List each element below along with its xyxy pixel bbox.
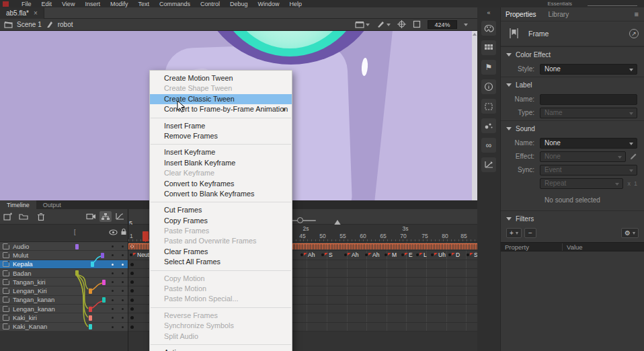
style-select[interactable]: None (540, 64, 637, 75)
menu-item[interactable]: View (62, 1, 75, 7)
menu-item[interactable]: File (22, 1, 32, 7)
loop-count-stepper[interactable]: 1 (634, 180, 637, 187)
layer-row[interactable]: Lengan_Kiri (0, 286, 128, 295)
frame-label[interactable]: Ah (344, 251, 358, 258)
lock-dot[interactable] (122, 326, 124, 328)
visibility-dot[interactable] (112, 317, 114, 319)
lock-dot[interactable] (122, 299, 124, 301)
context-menu-item[interactable]: Create Motion Tween (150, 73, 292, 83)
menu-item[interactable]: Edit (42, 1, 52, 7)
zoom-chevron-icon[interactable] (464, 24, 468, 26)
menu-item[interactable]: Debug (230, 1, 248, 7)
parenting-node[interactable] (102, 297, 106, 303)
context-menu-item[interactable]: Split Audio (150, 332, 292, 342)
frame-label[interactable]: D (448, 251, 460, 258)
edit-symbols-button[interactable] (376, 21, 391, 28)
lock-all-icon[interactable] (120, 228, 127, 235)
lock-dot[interactable] (122, 264, 124, 266)
frame-label[interactable]: M (385, 251, 397, 258)
parenting-node[interactable] (75, 244, 79, 249)
add-filter-button[interactable]: + (506, 228, 522, 238)
launch-icon[interactable]: ↗ (629, 29, 639, 38)
layer-row[interactable]: Mulut (0, 251, 128, 260)
context-menu-item[interactable]: Create Classic Tween (150, 94, 292, 104)
cc-libraries-button[interactable]: ∞ (481, 138, 496, 153)
show-parenting-button[interactable] (99, 211, 112, 222)
context-menu-item[interactable]: Copy Frames (150, 216, 292, 226)
parenting-node[interactable] (89, 307, 92, 312)
panel-tab[interactable]: Output (36, 200, 68, 209)
menu-item[interactable]: Help (290, 1, 303, 7)
parenting-node[interactable] (89, 324, 92, 329)
lock-dot[interactable] (122, 290, 124, 292)
parenting-node[interactable] (89, 288, 92, 294)
parenting-node[interactable] (89, 315, 92, 321)
context-menu-item[interactable]: Cut Frames (150, 205, 292, 215)
breadcrumb-scene[interactable]: Scene 1 (17, 21, 42, 28)
context-menu-item[interactable]: Convert to Keyframes (150, 179, 292, 189)
context-menu-item[interactable]: Convert to Blank Keyframes (150, 189, 292, 199)
section-color-effect[interactable]: Color Effect (501, 46, 644, 61)
lock-dot[interactable] (122, 317, 124, 319)
center-stage-button[interactable] (397, 20, 406, 30)
add-folder-button[interactable] (17, 211, 30, 222)
context-menu-item[interactable]: Synchronize Symbols (150, 321, 292, 331)
menu-item[interactable]: Insert (85, 1, 100, 7)
tab-library[interactable]: Library (549, 11, 569, 18)
visibility-dot[interactable] (112, 290, 114, 292)
frame-label[interactable]: S (321, 251, 333, 258)
menu-item[interactable]: Window (258, 1, 280, 7)
delete-layer-button[interactable] (35, 211, 47, 222)
align-panel-button[interactable]: ⚑ (481, 60, 496, 75)
layer-row[interactable]: Tangan_kiri (0, 278, 128, 286)
collapse-dock-icon[interactable]: « (477, 9, 500, 16)
brushes-panel-button[interactable] (481, 118, 496, 133)
visibility-dot[interactable] (112, 245, 114, 247)
layer-row[interactable]: Audio (0, 242, 128, 251)
lock-dot[interactable] (122, 245, 124, 247)
layer-row[interactable]: Kaki_kiri (0, 313, 128, 322)
visibility-dot[interactable] (112, 264, 114, 266)
layer-row[interactable]: Tangan_kanan (0, 296, 128, 305)
scroll-up-icon[interactable] (473, 33, 477, 36)
clip-content-button[interactable] (413, 20, 421, 30)
visibility-dot[interactable] (112, 281, 114, 283)
close-icon[interactable]: × (34, 9, 38, 17)
slider-knob[interactable] (297, 217, 303, 223)
show-hide-all-icon[interactable] (109, 229, 118, 235)
context-menu-item[interactable]: Paste Frames (150, 226, 292, 236)
parenting-node[interactable] (102, 280, 106, 285)
frame-label[interactable]: S (467, 251, 478, 258)
context-menu-item[interactable]: Select All Frames (150, 257, 292, 267)
frame-label[interactable]: Uh (431, 251, 446, 258)
context-menu-item[interactable]: Paste Motion (150, 284, 292, 294)
label-name-input[interactable] (540, 94, 637, 105)
color-panel-button[interactable] (481, 21, 496, 36)
menu-item[interactable]: Commands (159, 1, 190, 7)
lock-dot[interactable] (122, 272, 124, 274)
add-layer-button[interactable] (1, 211, 13, 222)
visibility-dot[interactable] (112, 308, 114, 310)
clapperboard-button[interactable] (355, 21, 370, 28)
zoom-level-select[interactable]: 424% (428, 20, 457, 29)
timeline-divider[interactable] (128, 209, 128, 351)
frame-label[interactable]: Ah (365, 251, 379, 258)
lock-dot[interactable] (122, 281, 124, 283)
camera-button[interactable] (85, 211, 97, 222)
search-input[interactable] (588, 2, 637, 6)
menu-item[interactable]: Text (138, 1, 149, 7)
menu-item[interactable]: Control (200, 1, 220, 7)
context-menu-item[interactable]: Paste Motion Special... (150, 294, 292, 304)
layer-row[interactable]: Kepala (0, 260, 128, 269)
visibility-dot[interactable] (112, 299, 114, 301)
section-sound[interactable]: Sound (501, 120, 644, 135)
context-menu-item[interactable]: Actions (150, 348, 292, 351)
sound-name-select[interactable]: None (540, 138, 637, 149)
section-filters[interactable]: Filters (501, 210, 644, 225)
motion-presets-button[interactable] (481, 157, 496, 172)
visibility-dot[interactable] (112, 326, 114, 328)
filter-options-button[interactable]: ⚙ (621, 228, 639, 238)
frame-label[interactable]: L (416, 251, 427, 258)
panel-tab[interactable]: Timeline (0, 200, 36, 209)
canvas-vertical-scrollbar[interactable] (472, 31, 477, 200)
